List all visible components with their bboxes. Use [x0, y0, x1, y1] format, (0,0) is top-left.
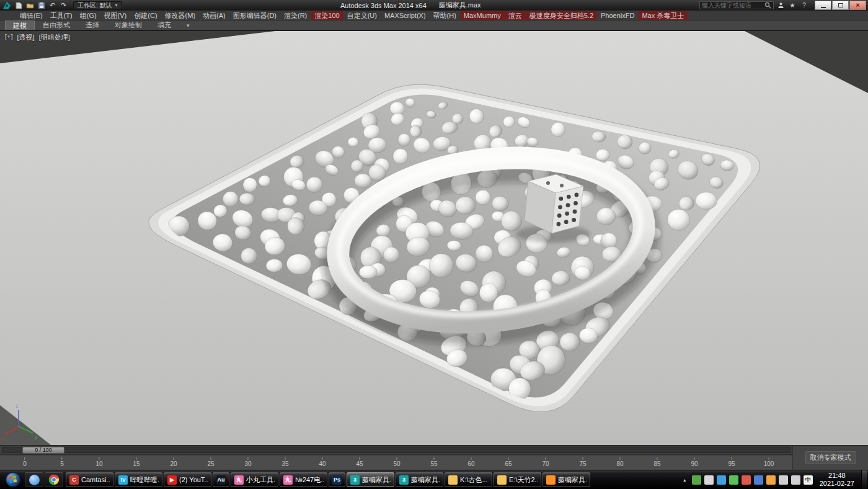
search-icon[interactable] [764, 2, 771, 9]
taskbar-button-photoshop[interactable]: Ps [329, 472, 345, 487]
new-file-icon[interactable] [14, 1, 24, 10]
menu-item-6[interactable]: 修改器(M) [161, 11, 200, 20]
menu-item-7[interactable]: 动画(A) [199, 11, 229, 20]
taskbar-button-3dsmax-1[interactable]: 3藤编家具... [347, 472, 394, 487]
frame-tick-10: 10 [95, 457, 102, 467]
taskbar-button-label: Camtasi... [81, 476, 110, 483]
menu-item-5[interactable]: 创建(C) [130, 11, 161, 20]
show-desktop-button[interactable] [861, 470, 867, 489]
tray-hidden-icons-icon[interactable]: ▴ [681, 477, 689, 483]
taskbar-button-camtasia[interactable]: CCamtasi... [66, 472, 113, 487]
help-icon[interactable]: ? [799, 1, 809, 10]
ribbon-options-icon[interactable]: ▾ [187, 22, 190, 29]
frame-tick-15: 15 [133, 457, 140, 467]
workspace-label: 工作区: 默认 [78, 1, 112, 10]
taskbar-button-bilibili[interactable]: tv哔哩哔哩... [115, 472, 162, 487]
tray-cloud-icon[interactable] [754, 475, 763, 485]
time-slider-handle[interactable]: 0 / 100 [22, 447, 64, 454]
tray-volume-icon[interactable] [791, 475, 800, 485]
tray-wechat-icon[interactable] [729, 475, 738, 485]
taskbar-button-xiaowan-tool[interactable]: 丸小丸工具... [231, 472, 278, 487]
menu-item-15[interactable]: 渲云 [505, 11, 526, 20]
menu-item-11[interactable]: 自定义(U) [343, 11, 381, 20]
close-icon: × [856, 2, 859, 9]
menu-item-16[interactable]: 极速度身安全归档5.2 [526, 11, 597, 20]
ribbon-tab-建模[interactable]: 建模 [5, 20, 35, 30]
taskbar-clock[interactable]: 21:48 2021-02-27 [820, 472, 854, 488]
close-button[interactable]: × [849, 1, 866, 10]
window-title: Autodesk 3ds Max 2014 x64 藤编家具.max [124, 1, 698, 10]
tray-music-icon[interactable] [742, 475, 751, 485]
minimize-button[interactable] [815, 1, 831, 10]
viewport-shading-menu[interactable]: [明暗处理] [39, 33, 70, 42]
taskbar-button-label: №247电... [295, 475, 324, 485]
menu-item-8[interactable]: 图形编辑器(D) [229, 11, 280, 20]
taskbar-button-label: 藤编家具... [362, 475, 391, 485]
tray-safety-icon[interactable] [692, 475, 701, 485]
svg-text:z: z [16, 403, 19, 409]
time-slider[interactable]: 0 / 100 [0, 446, 792, 455]
frame-tick-40: 40 [319, 457, 326, 467]
sign-in-icon[interactable] [776, 1, 786, 10]
open-file-icon[interactable] [25, 1, 35, 10]
3dsmax-logo-icon[interactable] [2, 1, 11, 10]
tray-download-icon[interactable] [766, 475, 776, 485]
taskbar-button-folder-guse[interactable]: K:\古色... [445, 472, 492, 487]
menu-item-9[interactable]: 渲染(R) [280, 11, 311, 20]
frame-tick-75: 75 [579, 457, 586, 467]
frame-tick-65: 65 [505, 457, 512, 467]
undo-icon[interactable]: ↶ [48, 1, 57, 10]
menu-item-3[interactable]: 组(G) [76, 11, 100, 20]
menu-item-18[interactable]: Max 杀毒卫士 [638, 11, 688, 20]
viewport-pov-menu[interactable]: [透视] [17, 33, 35, 42]
taskbar-button-image-viewer[interactable]: 藤编家具... [542, 472, 590, 487]
ribbon-tab-填充[interactable]: 填充 [150, 20, 179, 30]
menu-item-1[interactable]: 编辑(E) [16, 11, 46, 20]
taskbar-button-3dsmax-2[interactable]: 3藤编家具... [396, 472, 443, 487]
menu-item-17[interactable]: PhoenixFD [597, 11, 638, 20]
taskbar-button-youtube[interactable]: ▶(2) YouT... [164, 472, 211, 487]
minimize-icon [821, 7, 826, 8]
taskbar-button-label: 藤编家具... [558, 475, 587, 485]
taskbar-button-audition[interactable]: Au [213, 472, 229, 487]
tray-qq-icon[interactable] [717, 475, 726, 485]
time-slider-track[interactable] [2, 447, 790, 453]
tray-disk-icon[interactable] [704, 475, 714, 485]
xiaowan-247-icon: 丸 [283, 475, 293, 485]
viewport[interactable]: xyz [+] [透视] [明暗处理] [0, 30, 868, 445]
search-input[interactable] [702, 2, 763, 9]
taskbar-pinned [25, 472, 63, 487]
track-bar[interactable]: 0510152025303540455055606570758085909510… [0, 455, 792, 470]
menu-item-10[interactable]: 渲染100 [311, 11, 343, 20]
taskbar-button-label: K:\古色... [460, 475, 488, 485]
pinned-chrome-icon[interactable] [45, 472, 63, 487]
current-filename: 藤编家具.max [439, 1, 481, 10]
tray-input-method-icon[interactable]: 中 [804, 475, 813, 485]
restore-button[interactable] [832, 1, 849, 10]
save-file-icon[interactable] [37, 1, 46, 10]
tray-network-icon[interactable] [779, 475, 788, 485]
taskbar-button-label: 哔哩哔哩... [130, 475, 159, 485]
cancel-expert-mode-button[interactable]: 取消专家模式 [805, 451, 856, 464]
ribbon-tab-选择[interactable]: 选择 [78, 20, 107, 30]
ribbon-tab-自由形式[interactable]: 自由形式 [35, 20, 78, 30]
taskbar-button-folder-tianzhu[interactable]: E:\天竹2... [494, 472, 541, 487]
pinned-browser-icon[interactable] [25, 472, 43, 487]
menu-item-4[interactable]: 视图(V) [100, 11, 131, 20]
start-button[interactable] [1, 470, 25, 489]
taskbar-button-xiaowan-247[interactable]: 丸№247电... [280, 472, 327, 487]
clock-time: 21:48 [820, 472, 854, 480]
3dsmax-logo-glyph [2, 1, 11, 10]
folder-guse-icon [448, 475, 458, 485]
menu-item-14[interactable]: MaxMummy [460, 11, 505, 20]
favorites-star-icon[interactable]: ★ [787, 1, 797, 10]
frame-tick-55: 55 [430, 457, 437, 467]
viewport-general-menu[interactable]: [+] [5, 33, 13, 42]
viewport-canvas[interactable]: xyz [0, 30, 868, 445]
menu-item-12[interactable]: MAXScript(X) [381, 11, 430, 20]
workspace-dropdown[interactable]: 工作区: 默认 ▾ [73, 1, 122, 9]
redo-icon[interactable]: ↷ [59, 1, 68, 10]
menu-item-2[interactable]: 工具(T) [46, 11, 76, 20]
ribbon-tab-对象绘制[interactable]: 对象绘制 [107, 20, 149, 30]
menu-item-13[interactable]: 帮助(H) [430, 11, 460, 20]
